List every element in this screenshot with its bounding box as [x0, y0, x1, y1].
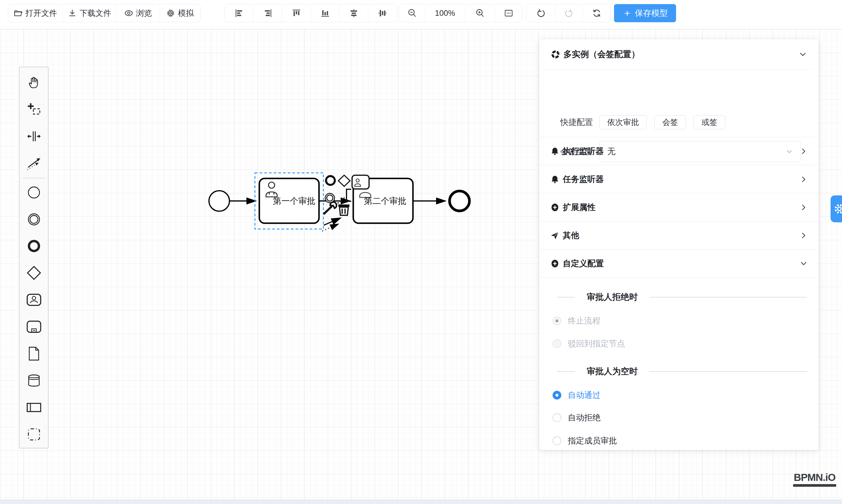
section-list: 执行监听器 任务监听器 扩展属性 其他 [539, 137, 818, 277]
chevron-right-icon [800, 232, 807, 239]
align-left-button[interactable] [225, 4, 253, 22]
hand-tool[interactable] [20, 69, 48, 96]
append-gateway-icon[interactable] [338, 175, 350, 186]
append-user-task-icon[interactable] [352, 175, 369, 189]
preview-button[interactable]: 浏览 [117, 4, 160, 22]
chip-label: 或签 [702, 117, 717, 128]
redo-icon [564, 8, 574, 18]
participant-icon [27, 402, 41, 412]
connect-arrow-icon[interactable] [322, 218, 341, 231]
open-file-button[interactable]: 打开文件 [8, 4, 63, 22]
eye-icon [124, 9, 133, 18]
align-bottom-button[interactable] [311, 4, 339, 22]
create-group[interactable] [20, 421, 48, 448]
radio-label: 终止流程 [568, 315, 600, 326]
section-label: 其他 [563, 230, 579, 241]
create-data-object[interactable] [20, 340, 48, 367]
create-start-event[interactable] [20, 179, 48, 206]
gear-icon [834, 203, 842, 215]
radio-return-to-node[interactable]: 驳回到指定节点 [539, 337, 818, 350]
download-file-label: 下载文件 [80, 8, 111, 18]
radio-terminate-process[interactable]: 终止流程 [539, 314, 818, 328]
reject-title-text: 审批人拒绝时 [587, 291, 638, 303]
preview-label: 浏览 [136, 8, 152, 18]
save-model-button[interactable]: ＋ 保存模型 [614, 4, 676, 22]
task-label: 第二个审批 [364, 196, 406, 205]
section-label: 扩展属性 [563, 202, 596, 213]
create-intermediate-event[interactable] [20, 206, 48, 233]
empty-title-text: 审批人为空时 [587, 366, 638, 377]
text-annotation-icon[interactable] [336, 189, 351, 205]
section-extended-properties[interactable]: 扩展属性 [539, 193, 818, 221]
download-icon [68, 9, 77, 18]
radio-auto-reject[interactable]: 自动拒绝 [539, 411, 818, 425]
radio-auto-pass[interactable]: 自动通过 [539, 389, 818, 402]
zoom-level[interactable]: 100% [425, 4, 465, 22]
reset-button[interactable] [583, 4, 611, 22]
radio-assign-member[interactable]: 指定成员审批 [539, 434, 818, 448]
download-file-button[interactable]: 下载文件 [63, 4, 117, 22]
align-top-button[interactable] [282, 4, 311, 22]
create-subprocess[interactable] [20, 313, 48, 340]
data-object-icon [28, 346, 40, 361]
create-participant[interactable] [20, 394, 48, 421]
folder-open-icon [14, 9, 22, 18]
align-center-button[interactable] [339, 4, 368, 22]
user-task-1[interactable]: 第一个审批 [259, 178, 319, 223]
bell-icon [550, 175, 559, 184]
simulate-button[interactable]: 模拟 [160, 4, 200, 22]
toolbar: 打开文件 下载文件 浏览 模拟 [0, 0, 842, 29]
or-sign-button[interactable]: 或签 [694, 115, 725, 129]
subprocess-icon [27, 320, 41, 334]
redo-button[interactable] [556, 4, 583, 22]
zoom-out-button[interactable] [399, 4, 425, 22]
create-data-store[interactable] [20, 367, 48, 394]
settings-toggle-tab[interactable] [830, 195, 842, 222]
undo-button[interactable] [527, 4, 556, 22]
align-button-group [225, 4, 397, 22]
multi-instance-header[interactable]: 多实例（会签配置） [539, 39, 818, 69]
global-connect-tool[interactable] [20, 150, 48, 177]
history-button-group [526, 4, 611, 22]
align-middle-horizontal-icon [378, 9, 387, 18]
section-task-listener[interactable]: 任务监听器 [539, 165, 818, 193]
start-event[interactable] [209, 191, 229, 211]
section-label: 任务监听器 [563, 174, 604, 185]
section-label: 执行监听器 [563, 146, 604, 157]
create-gateway[interactable] [20, 259, 48, 286]
section-other[interactable]: 其他 [539, 221, 818, 250]
chevron-down-icon [800, 260, 807, 267]
fit-viewport-button[interactable] [495, 4, 522, 22]
space-tool[interactable] [20, 123, 48, 150]
create-user-task[interactable] [20, 286, 48, 313]
wrench-icon[interactable] [324, 202, 337, 214]
trash-icon[interactable] [338, 205, 349, 215]
radio-label: 自动通过 [568, 390, 600, 401]
bpmn-io-logo[interactable]: BPMN.iO [793, 471, 836, 487]
radio-label: 驳回到指定节点 [568, 338, 625, 349]
lasso-tool[interactable] [20, 96, 48, 123]
align-right-button[interactable] [253, 4, 282, 22]
refresh-icon [592, 8, 601, 18]
palette-separator [22, 178, 45, 178]
sequential-approve-button[interactable]: 依次审批 [599, 115, 647, 129]
create-end-event[interactable] [20, 233, 48, 260]
plus-circle-icon [550, 259, 559, 268]
chip-icon [166, 9, 175, 18]
simulate-label: 模拟 [178, 8, 194, 18]
group-icon [27, 427, 41, 442]
bpmn-editor: 第一个审批 第二个审批 [0, 0, 842, 504]
palette [19, 67, 49, 448]
radio-unselected-icon [552, 436, 561, 445]
zoom-in-button[interactable] [465, 4, 495, 22]
chevron-down-icon[interactable] [799, 51, 807, 58]
append-end-event-icon[interactable] [326, 176, 335, 185]
countersign-button[interactable]: 会签 [654, 115, 686, 129]
section-custom-config[interactable]: 自定义配置 [539, 250, 818, 277]
section-execution-listener[interactable]: 执行监听器 [539, 137, 818, 165]
reject-section-title: 审批人拒绝时 [539, 291, 818, 303]
end-event[interactable] [450, 191, 470, 211]
align-middle-button[interactable] [368, 4, 397, 22]
radio-selected-disabled-icon [552, 317, 561, 325]
radio-label: 指定成员审批 [568, 435, 617, 446]
